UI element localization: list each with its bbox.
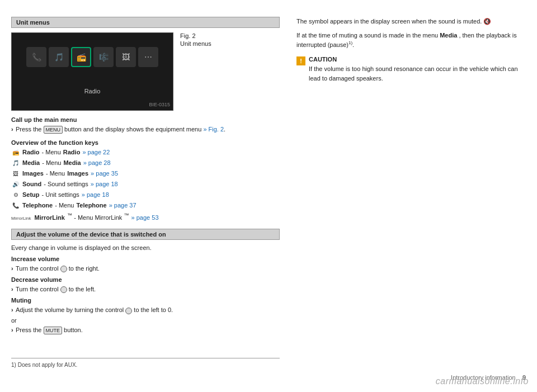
radio-label: Radio [84, 88, 101, 95]
note-icon-item: 🎼 [93, 47, 114, 67]
menu-icons-row: 📞 🎵 📻 🎼 🖼 ⋯ [12, 41, 173, 73]
phone-icon-item: 📞 [26, 47, 46, 67]
watermark: carmanualsonline.info [436, 376, 529, 386]
telephone-key-icon: 📞 [11, 201, 20, 210]
increase-text2: to the right. [69, 265, 100, 272]
fig-title-text: Unit menus [180, 40, 211, 47]
mute-control [125, 308, 132, 314]
fig-label: Fig. 2 [180, 32, 211, 39]
if-muting-text1: If at the time of muting a sound is made… [296, 32, 438, 39]
function-keys-section: Overview of the function keys 📻 Radio - … [11, 139, 280, 223]
unit-menus-header: Unit menus [11, 17, 280, 28]
fig2-link[interactable]: » Fig. 2 [203, 126, 224, 133]
footnote-section: 1) Does not apply for AUX. [11, 358, 280, 368]
increase-volume-heading: Increase volume [11, 256, 280, 262]
unit-menu-image: 📞 🎵 📻 🎼 🖼 ⋯ Radio BIE-0315 [11, 32, 173, 111]
mute-symbol: 🔇 [483, 18, 491, 25]
overview-heading: Overview of the function keys [11, 139, 280, 146]
call-main-menu-heading: Call up the main menu [11, 116, 280, 123]
decrease-volume-heading: Decrease volume [11, 276, 280, 283]
footnote-super: 1) [348, 40, 352, 45]
images-key-icon: 🖼 [11, 169, 20, 178]
caution-content: CAUTION If the volume is too high sound … [309, 56, 526, 83]
press-mute-text1: Press the [16, 327, 41, 333]
muting-heading: Muting [11, 297, 280, 304]
caution-heading: CAUTION [309, 56, 526, 63]
adjust-volume-section: Adjust the volume of the device that is … [11, 229, 280, 369]
or-line: or [11, 317, 280, 324]
symbol-text-content: The symbol appears in the display screen… [296, 18, 482, 25]
right-column: The symbol appears in the display screen… [296, 17, 526, 381]
call-menu-text1: Press the [16, 126, 41, 133]
function-keys-list: 📻 Radio - Menu Radio » page 22 🎵 Media -… [11, 148, 280, 223]
menu-icon-item-6: ⋯ [138, 47, 158, 67]
function-key-sound: 🔊 Sound - Sound settings » page 18 [11, 180, 280, 189]
caution-icon: ! [296, 56, 305, 65]
every-change-text: Every change in volume is displayed on t… [11, 244, 280, 251]
footnote-text: 1) Does not apply for AUX. [11, 362, 77, 368]
mute-button: MUTE [44, 327, 63, 335]
decrease-text1: Turn the control [16, 286, 59, 292]
photo-icon-item: 🖼 [116, 47, 136, 67]
image-code: BIE-0315 [149, 102, 170, 107]
caution-box: ! CAUTION If the volume is too high soun… [296, 56, 526, 83]
adjust-volume-title: Adjust the volume of the device that is … [16, 231, 166, 238]
press-mute-item: Press the MUTE button. [11, 326, 280, 334]
menu-button: MENU [44, 126, 63, 134]
media-key-icon: 🎵 [11, 159, 20, 168]
fig-caption: Fig. 2 Unit menus [173, 32, 211, 111]
call-menu-text2: button and the display shows the equipme… [64, 126, 201, 133]
function-key-setup: ⚙ Setup - Unit settings » page 18 [11, 191, 280, 200]
function-key-radio: 📻 Radio - Menu Radio » page 22 [11, 148, 280, 157]
adjust-volume-header: Adjust the volume of the device that is … [11, 229, 280, 240]
unit-menus-section: Unit menus 📞 🎵 📻 🎼 🖼 ⋯ Radio BIE-0315 [11, 17, 280, 223]
call-main-menu-section: Call up the main menu Press the MENU but… [11, 116, 280, 134]
decrease-text2: to the left. [69, 286, 96, 292]
volume-control-left [60, 286, 67, 293]
increase-text1: Turn the control [16, 265, 59, 272]
radio-key-icon: 📻 [11, 148, 20, 157]
press-mute-text2: button. [64, 327, 83, 333]
music-icon-item: 🎵 [49, 47, 69, 67]
muting-item: Adjust the volume by turning the control… [11, 306, 280, 314]
volume-control-right [60, 266, 67, 272]
decrease-volume-item: Turn the control to the left. [11, 285, 280, 294]
mirrorlink-key-icon: MirrorLink [11, 214, 31, 223]
left-column: Unit menus 📞 🎵 📻 🎼 🖼 ⋯ Radio BIE-0315 [11, 17, 280, 381]
caution-body: If the volume is too high sound resonanc… [309, 64, 526, 83]
function-key-telephone: 📞 Telephone - Menu Telephone » page 37 [11, 201, 280, 210]
fig-box: 📞 🎵 📻 🎼 🖼 ⋯ Radio BIE-0315 Fig. 2 Unit m… [11, 32, 280, 111]
muting-text2: to the left to 0. [134, 306, 173, 313]
function-key-media: 🎵 Media - Menu Media » page 28 [11, 159, 280, 168]
increase-volume-item: Turn the control to the right. [11, 265, 280, 273]
radio-icon-item: 📻 [71, 47, 91, 67]
call-main-menu-item: Press the MENU button and the display sh… [11, 125, 280, 134]
muting-text1: Adjust the volume by turning the control [16, 306, 124, 313]
function-key-mirrorlink: MirrorLink MirrorLink ™ - Menu MirrorLin… [11, 212, 280, 223]
sound-key-icon: 🔊 [11, 180, 20, 189]
if-muting-bold: Media [440, 32, 457, 39]
if-muting-text: If at the time of muting a sound is made… [296, 31, 526, 50]
function-key-images: 🖼 Images - Menu Images » page 35 [11, 169, 280, 178]
setup-key-icon: ⚙ [11, 191, 20, 200]
symbol-text: The symbol appears in the display screen… [296, 17, 526, 26]
unit-menus-title: Unit menus [16, 19, 50, 26]
